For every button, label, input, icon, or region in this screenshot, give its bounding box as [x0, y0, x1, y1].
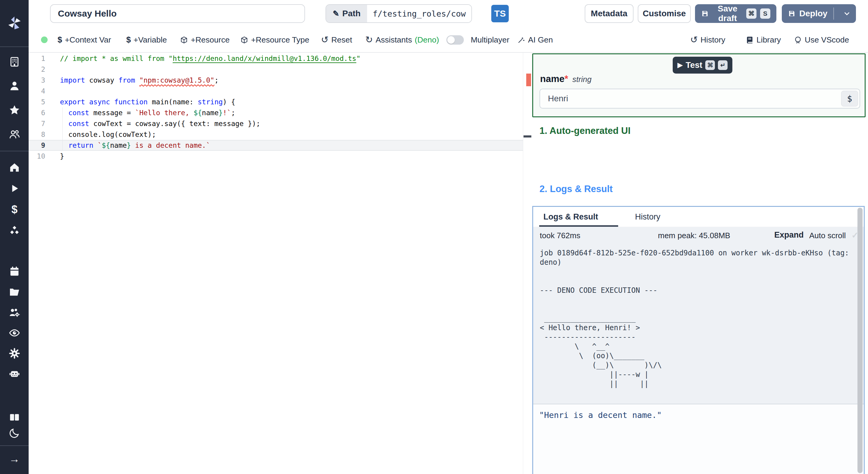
log-output-area: took 762ms mem peak: 45.08MB Expand Auto… — [533, 227, 864, 404]
code-line[interactable]: 7 const cowText = cowsay.say({ text: mes… — [29, 118, 523, 129]
code-line[interactable]: 3import cowsay from "npm:cowsay@1.5.0"; — [29, 75, 523, 86]
test-button[interactable]: ▶ Test ⌘ ↵ — [673, 57, 733, 73]
s-key-badge: S — [760, 8, 770, 19]
argument-input-wrap: $ — [539, 89, 860, 109]
deploy-dropdown-chevron[interactable] — [838, 10, 856, 18]
schedules-calendar-icon[interactable] — [8, 265, 21, 278]
section-auto-generated-ui: 1. Auto-generated UI — [539, 125, 630, 136]
use-vscode-button[interactable]: Use VScode — [794, 31, 849, 49]
line-number: 5 — [29, 96, 45, 107]
result-area: "Henri is a decent name." — [533, 404, 864, 474]
logs-tabs: Logs & Result History — [533, 207, 864, 227]
groups-icon[interactable] — [8, 127, 21, 141]
expand-button[interactable]: Expand — [774, 230, 804, 240]
windmill-logo-icon[interactable] — [7, 15, 22, 31]
insert-variable-button[interactable]: $ — [841, 91, 858, 107]
play-icon: ▶ — [678, 61, 683, 69]
path-label: Path — [342, 9, 361, 19]
settings-gear-icon[interactable] — [8, 347, 21, 360]
logs-scrollbar[interactable] — [858, 208, 863, 473]
sidebar: $ — [0, 0, 29, 474]
indent-guide — [62, 107, 63, 151]
wand-icon — [517, 36, 525, 44]
folders-icon[interactable] — [8, 285, 21, 298]
audit-eye-icon[interactable] — [8, 326, 21, 339]
code-line[interactable]: 5export async function main(name: string… — [29, 96, 523, 107]
name-argument-input[interactable] — [540, 89, 838, 108]
logs-result-panel: Logs & Result History took 762ms mem pea… — [532, 206, 865, 474]
multiplayer-toggle[interactable] — [446, 35, 464, 45]
save-icon — [701, 10, 709, 18]
path-button[interactable]: ✎ Path — [326, 4, 472, 23]
line-number: 2 — [29, 64, 45, 75]
line-number: 4 — [29, 86, 45, 96]
save-draft-button[interactable]: Save draft ⌘ S — [695, 4, 776, 23]
code-line[interactable]: 8 console.log(cowText); — [29, 129, 523, 140]
workspace-icon[interactable] — [8, 55, 21, 68]
reset-button[interactable]: ↺ Reset — [321, 31, 352, 49]
status-dot — [41, 36, 48, 43]
resources-cubes-icon[interactable] — [8, 224, 21, 237]
assistants-lang-label: (Deno) — [415, 35, 439, 45]
path-value-input[interactable] — [367, 5, 471, 22]
home-icon[interactable] — [8, 161, 21, 174]
line-number: 7 — [29, 118, 45, 129]
sidebar-divider — [0, 47, 29, 47]
deploy-button-divider — [833, 7, 834, 20]
library-button[interactable]: Library — [746, 31, 781, 49]
autoscroll-toggle[interactable]: Auto scroll — [809, 231, 846, 240]
code-editor[interactable]: 1// import * as wmill from "https://deno… — [29, 53, 523, 474]
add-context-var-button[interactable]: $ +Context Var — [58, 31, 111, 49]
ai-gen-button[interactable]: AI Gen — [517, 31, 553, 49]
assistants-button[interactable]: ↻ Assistants (Deno) — [365, 31, 439, 49]
code-lines: 1// import * as wmill from "https://deno… — [29, 53, 523, 161]
vscode-icon — [794, 36, 802, 44]
undo-icon: ↺ — [321, 35, 329, 44]
package-icon — [180, 36, 188, 44]
multiplayer-label: Multiplayer — [471, 31, 509, 49]
docs-books-icon[interactable] — [8, 411, 21, 424]
book-icon — [746, 36, 754, 44]
customise-button[interactable]: Customise — [638, 4, 691, 23]
code-line[interactable]: 1// import * as wmill from "https://deno… — [29, 53, 523, 64]
dollar-icon: $ — [58, 35, 62, 45]
tab-logs-result[interactable]: Logs & Result — [544, 207, 598, 227]
code-line[interactable]: 10} — [29, 151, 523, 161]
line-number: 1 — [29, 53, 45, 64]
argument-label: name*string — [540, 73, 592, 84]
expand-sidebar-arrow-icon[interactable]: → — [8, 452, 21, 466]
workers-robot-icon[interactable] — [8, 367, 21, 381]
runs-play-icon[interactable] — [8, 182, 21, 195]
script-title-input[interactable] — [50, 4, 305, 23]
cmd-key-badge: ⌘ — [746, 8, 756, 19]
add-variable-button[interactable]: $ +Variable — [126, 31, 167, 49]
history-icon: ↺ — [690, 35, 698, 44]
code-line[interactable]: 4 — [29, 86, 523, 96]
variables-dollar-icon[interactable]: $ — [8, 203, 21, 216]
error-marker — [526, 73, 531, 86]
editor-overview-ruler — [523, 53, 523, 474]
groups-settings-icon[interactable] — [8, 306, 21, 319]
user-icon[interactable] — [8, 79, 21, 93]
sidebar-divider — [0, 445, 29, 446]
pencil-icon: ✎ — [333, 9, 339, 19]
code-line[interactable]: 9 return `${name} is a decent name.` — [29, 140, 523, 151]
history-button[interactable]: ↺ History — [690, 31, 725, 49]
tab-history[interactable]: History — [635, 207, 660, 227]
metadata-button[interactable]: Metadata — [585, 4, 633, 23]
add-resource-button[interactable]: +Resource — [180, 31, 230, 49]
dollar-icon: $ — [126, 35, 131, 45]
dark-mode-moon-icon[interactable] — [8, 426, 21, 440]
section-logs-result: 2. Logs & Result — [539, 184, 613, 195]
add-resource-type-button[interactable]: +Resource Type — [240, 31, 309, 49]
deploy-button[interactable]: Deploy — [782, 4, 856, 23]
line-number: 8 — [29, 129, 45, 140]
favorites-star-icon[interactable] — [8, 103, 21, 117]
argument-type: string — [572, 75, 592, 84]
code-line[interactable]: 6 const message = `Hello there, ${name}!… — [29, 107, 523, 118]
toggle-knob — [447, 36, 455, 44]
code-line[interactable]: 2 — [29, 64, 523, 75]
line-number: 6 — [29, 107, 45, 118]
save-icon — [788, 10, 796, 18]
line-number: 3 — [29, 75, 45, 86]
